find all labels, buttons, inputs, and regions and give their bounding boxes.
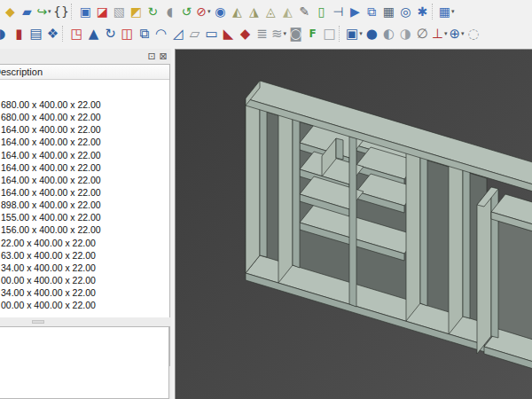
clipboard-glyph: ▯ (317, 3, 325, 20)
tip-of-the-day-icon[interactable]: ◎ (397, 3, 414, 20)
dropdown-caret-icon[interactable]: ▾ (359, 30, 363, 37)
dropdown-caret-icon[interactable]: ▾ (207, 8, 211, 15)
cross-sections-icon[interactable]: ≣ (254, 25, 270, 43)
offset-icon[interactable]: ≋▾ (270, 25, 287, 43)
import-part-icon[interactable]: ◗ (0, 25, 11, 43)
thickness-icon[interactable]: ◙ (287, 25, 304, 43)
measure-refresh-icon[interactable]: ◬ (262, 3, 279, 20)
clip-plane-icon[interactable]: ◪ (94, 3, 111, 20)
revolve-icon[interactable]: ↻ (102, 25, 119, 43)
mirror-icon[interactable]: ◫ (119, 25, 136, 43)
dimension-row[interactable]: 164.00 x 400.00 x 22.00 (0, 174, 169, 186)
shape-from-mesh-icon[interactable]: ◳ (68, 25, 85, 43)
scale-glyph: ⧉ (139, 25, 149, 43)
cylinder-primitive-icon[interactable]: ▮ (11, 25, 27, 43)
export-link-icon[interactable]: ↪▾ (35, 3, 52, 20)
boolean-cut-icon[interactable]: ◐ (380, 25, 397, 43)
dimension-list: 680.00 x 400.00 x 22.00680.00 x 400.00 x… (0, 80, 169, 311)
abort-stop-icon[interactable]: ⊘▾ (195, 3, 212, 20)
dimension-row[interactable]: 164.00 x 400.00 x 22.00 (0, 161, 169, 174)
web-support-glyph: ✱ (417, 3, 427, 20)
toolbar-separator (71, 4, 76, 20)
dimension-row[interactable]: 00.00 x 400.00 x 22.00 (0, 299, 169, 311)
scale-icon[interactable]: ⧉ (136, 25, 153, 43)
compound-icon[interactable]: ▣▾ (345, 25, 364, 43)
boolean-cut-glyph: ◐ (383, 25, 395, 43)
defeaturing-icon[interactable]: ◌ (465, 25, 481, 43)
panel-splitter[interactable] (0, 317, 170, 326)
dependency-arrow-icon[interactable]: ▶ (347, 3, 364, 20)
chamfer-icon[interactable]: ◿ (169, 25, 186, 43)
primitives-dialog-icon[interactable]: ▤ (27, 25, 44, 43)
shape-builder-icon[interactable]: ❖ (44, 25, 61, 43)
dimension-row[interactable]: 63.00 x 400.00 x 22.00 (0, 249, 169, 262)
dimension-row[interactable]: 00.00 x 400.00 x 22.00 (0, 274, 169, 286)
appearance-icon[interactable]: ◩ (128, 3, 145, 20)
dimension-row[interactable]: 22.00 x 400.00 x 22.00 (0, 237, 169, 249)
measure-toggle-icon[interactable]: ◭ (279, 3, 296, 20)
dimension-row[interactable]: 34.00 x 400.00 x 22.00 (0, 262, 169, 274)
measure-angular-icon[interactable]: ◮ (246, 3, 262, 20)
dimension-row[interactable]: 164.00 x 400.00 x 22.00 (0, 186, 169, 199)
dropdown-caret-icon[interactable]: ▾ (461, 30, 465, 37)
left-dock-panel: ⊡ ⊠ Description 680.00 x 400.00 x 22.006… (0, 49, 171, 399)
dependency-graph-icon[interactable]: ⧉ (364, 3, 380, 20)
loft-icon[interactable]: ▭ (203, 25, 220, 43)
eraser-icon[interactable]: ◖ (161, 3, 178, 20)
connect-pipe-icon[interactable]: ⊥▾ (431, 25, 449, 43)
dimension-row[interactable]: 898.00 x 400.00 x 22.00 (0, 199, 169, 211)
dimension-row[interactable]: 680.00 x 400.00 x 22.00 (0, 98, 169, 111)
splitter-grip-icon (32, 320, 44, 324)
eraser-glyph: ◖ (167, 3, 173, 20)
color-per-face-icon[interactable]: □ (321, 25, 338, 43)
export-link-glyph: ↪ (36, 3, 47, 20)
recompute-glyph: ↺ (181, 3, 192, 20)
open-folder-icon[interactable]: ▰ (19, 3, 35, 20)
dock-titlebar: ⊡ ⊠ (0, 51, 170, 64)
save-picture-icon[interactable]: ▣ (77, 3, 94, 20)
measure-linear-glyph: ◭ (232, 3, 242, 20)
extrude-icon[interactable]: ▲ (85, 25, 102, 43)
dimension-row[interactable]: 155.00 x 400.00 x 22.00 (0, 211, 169, 223)
dimension-row[interactable]: 164.00 x 400.00 x 22.00 (0, 149, 169, 161)
recompute-icon[interactable]: ↺ (178, 3, 195, 20)
boolean-union-icon[interactable]: ● (364, 25, 380, 43)
section-icon[interactable]: ◆ (237, 25, 254, 43)
measure-linear-icon[interactable]: ◭ (229, 3, 246, 20)
list-column-header[interactable]: Description (0, 65, 169, 80)
dimension-row[interactable]: 34.00 x 400.00 x 22.00 (0, 286, 169, 299)
texture-box-icon[interactable]: ▧ (111, 3, 128, 20)
dropdown-caret-icon[interactable]: ▾ (48, 8, 51, 15)
fillet-icon[interactable]: ◠ (153, 25, 169, 43)
selection-view-icon[interactable]: ▦ (380, 3, 397, 20)
annotation-icon[interactable]: ✎ (296, 3, 313, 20)
dropdown-caret-icon[interactable]: ▾ (451, 8, 455, 15)
sweep-icon[interactable]: ◣ (220, 25, 237, 43)
3d-viewport[interactable] (175, 49, 532, 399)
dropdown-caret-icon[interactable]: ▾ (284, 30, 287, 37)
projection-on-surface-icon[interactable]: F (304, 25, 321, 43)
dock-float-button[interactable]: ⊡ (146, 51, 157, 62)
boolean-common-icon[interactable]: ◑ (397, 25, 414, 43)
clipboard-icon[interactable]: ▯ (313, 3, 330, 20)
dropdown-caret-icon[interactable]: ▾ (444, 30, 448, 37)
web-globe-icon[interactable]: ◉ (212, 3, 229, 20)
refresh-icon[interactable]: ↻ (145, 3, 161, 20)
web-support-icon[interactable]: ✱ (414, 3, 431, 20)
part-workbench-icon[interactable]: ◆ (2, 3, 19, 20)
dimension-row[interactable]: 680.00 x 400.00 x 22.00 (0, 111, 169, 123)
boolean-xor-icon[interactable]: ∅ (414, 25, 431, 43)
ruled-surface-icon[interactable]: ▱ (186, 25, 203, 43)
expression-braces-icon[interactable]: {} (52, 3, 70, 20)
dimension-row[interactable]: 156.00 x 400.00 x 22.00 (0, 223, 169, 236)
sheet-table-icon[interactable]: ▦▾ (438, 3, 456, 20)
dock-close-button[interactable]: ⊠ (158, 51, 168, 62)
open-folder-glyph: ▰ (22, 3, 32, 20)
join-objects-icon[interactable]: ⊕▾ (448, 25, 465, 43)
dimension-row[interactable]: 164.00 x 400.00 x 22.00 (0, 136, 169, 148)
caliper-measure-icon[interactable]: ⊣ (330, 3, 347, 20)
dimension-row[interactable]: 164.00 x 400.00 x 22.00 (0, 123, 169, 136)
section-glyph: ◆ (240, 25, 251, 43)
ruled-surface-glyph: ▱ (190, 25, 200, 43)
toolbar-separator (432, 4, 437, 20)
